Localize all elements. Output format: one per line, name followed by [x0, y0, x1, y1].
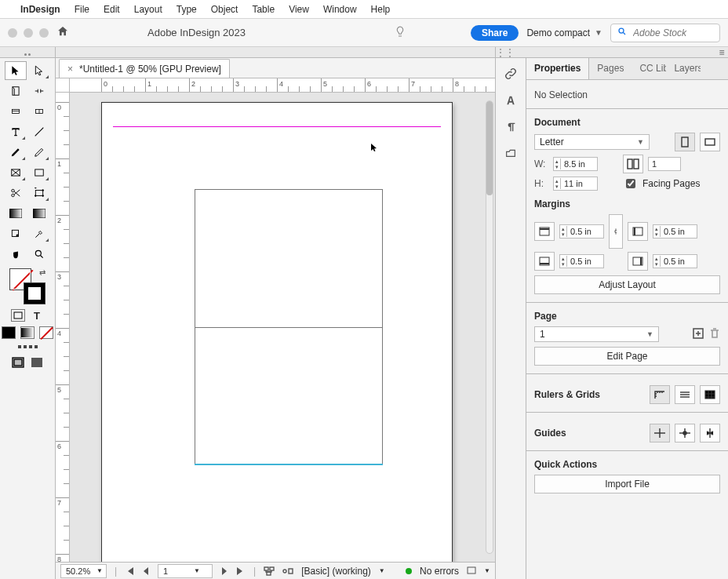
page[interactable] — [101, 102, 453, 562]
last-page-icon[interactable] — [236, 567, 246, 575]
preview-view-icon[interactable] — [30, 356, 44, 369]
gap-tool[interactable] — [28, 82, 50, 100]
stepper-down-icon[interactable]: ▾ — [554, 164, 560, 169]
direct-selection-tool[interactable] — [28, 61, 50, 80]
formatting-text-icon[interactable]: T — [30, 309, 44, 322]
ruler-horizontal[interactable] — [56, 78, 495, 93]
document-grid-button[interactable] — [700, 385, 720, 404]
page-number-dropdown[interactable]: 1▼ — [534, 326, 659, 342]
orientation-landscape-button[interactable] — [700, 133, 720, 151]
eyedropper-tool[interactable] — [28, 224, 50, 243]
menu-table[interactable]: Table — [252, 4, 275, 15]
menu-help[interactable]: Help — [371, 4, 391, 15]
content-placer-tool[interactable] — [28, 102, 50, 121]
margin-bottom-field[interactable]: ▴▾ — [559, 254, 604, 268]
tab-pages[interactable]: Pages — [589, 58, 632, 79]
ruler-origin-icon[interactable] — [56, 78, 70, 92]
panel-grip-icon[interactable]: ⋮⋮ — [496, 47, 515, 58]
zoom-input[interactable] — [64, 566, 94, 577]
snap-guides-button[interactable] — [700, 424, 720, 442]
first-page-icon[interactable] — [125, 567, 134, 575]
link-margins-button[interactable] — [609, 214, 623, 249]
delete-page-icon[interactable] — [709, 327, 720, 342]
discover-icon[interactable] — [392, 24, 408, 41]
rectangle-tool[interactable] — [28, 163, 50, 182]
smart-guides-button[interactable] — [675, 424, 695, 442]
hand-tool[interactable] — [5, 245, 27, 264]
chevron-down-icon[interactable]: ▼ — [194, 567, 200, 574]
stock-input[interactable] — [632, 27, 713, 39]
share-button[interactable]: Share — [471, 25, 519, 41]
zoom-tool[interactable] — [28, 245, 50, 264]
cc-libraries-panel-icon[interactable] — [503, 146, 519, 162]
pencil-tool[interactable] — [28, 143, 50, 162]
content-collector-tool[interactable] — [5, 102, 27, 121]
workspace-switcher[interactable]: Demo compact ▼ — [526, 27, 602, 38]
rulers-toggle-button[interactable] — [650, 385, 670, 404]
menu-type[interactable]: Type — [177, 4, 197, 15]
selection-tool[interactable] — [5, 61, 27, 80]
height-field[interactable]: ▴▾ — [553, 177, 598, 191]
pen-tool[interactable] — [5, 143, 27, 162]
close-tab-icon[interactable]: × — [67, 64, 73, 75]
document-tab[interactable]: × *Untitled-1 @ 50% [GPU Preview] — [59, 59, 230, 78]
tab-layers[interactable]: Layers — [666, 58, 701, 79]
apply-color-icon[interactable] — [2, 326, 16, 339]
zoom-field[interactable]: ▼ — [60, 564, 107, 578]
gradient-swatch-tool[interactable] — [5, 204, 27, 223]
menu-layout[interactable]: Layout — [134, 4, 162, 15]
margin-right-field[interactable]: ▴▾ — [653, 254, 697, 268]
formatting-container-icon[interactable] — [11, 309, 25, 322]
preflight-menu-icon[interactable] — [467, 566, 476, 577]
apply-gradient-icon[interactable] — [20, 326, 35, 339]
preflight-errors[interactable]: No errors — [420, 566, 459, 577]
chevron-down-icon[interactable]: ▼ — [379, 567, 385, 574]
adjust-layout-button[interactable]: Adjust Layout — [534, 275, 720, 294]
stepper-down-icon[interactable]: ▾ — [554, 184, 560, 189]
scrollbar-thumb[interactable] — [486, 101, 493, 195]
edit-page-button[interactable]: Edit Page — [534, 347, 720, 366]
window-controls[interactable] — [8, 28, 49, 38]
links-panel-icon[interactable] — [503, 66, 519, 82]
note-tool[interactable] — [5, 224, 27, 243]
tab-cc-libraries[interactable]: CC Libraries — [632, 58, 666, 79]
show-guides-button[interactable] — [650, 424, 670, 442]
menu-window[interactable]: Window — [323, 4, 357, 15]
pages-input[interactable] — [649, 158, 680, 170]
baseline-grid-button[interactable] — [675, 385, 695, 404]
rectangle-frame[interactable] — [195, 189, 383, 465]
margin-left-field[interactable]: ▴▾ — [653, 224, 697, 239]
menu-indesign[interactable]: InDesign — [20, 4, 60, 15]
rectangle-frame-tool[interactable] — [5, 163, 27, 182]
facing-pages-checkbox[interactable]: Facing Pages — [623, 177, 700, 191]
stroke-swatch[interactable] — [24, 282, 46, 304]
menu-file[interactable]: File — [75, 4, 89, 15]
panel-menu-icon[interactable]: ≡ — [715, 47, 728, 58]
menu-object[interactable]: Object — [211, 4, 238, 15]
page-preset-dropdown[interactable]: Letter▼ — [534, 134, 650, 150]
character-panel-icon[interactable] — [503, 93, 519, 108]
preflight-profile[interactable]: [Basic] (working) — [301, 566, 371, 577]
normal-view-icon[interactable] — [11, 356, 25, 369]
type-tool[interactable] — [5, 122, 27, 141]
tab-properties[interactable]: Properties — [526, 58, 589, 79]
apply-none-icon[interactable] — [39, 326, 53, 339]
new-page-icon[interactable] — [692, 327, 704, 342]
fill-stroke-swatch[interactable]: ⇄ — [9, 268, 46, 304]
pages-field[interactable] — [648, 157, 681, 171]
free-transform-tool[interactable] — [28, 184, 50, 202]
prev-page-icon[interactable] — [142, 567, 150, 575]
margin-top-field[interactable]: ▴▾ — [559, 224, 604, 239]
adobe-stock-search[interactable] — [610, 24, 720, 42]
stepper-up-icon[interactable]: ▴ — [554, 178, 560, 184]
page-tool[interactable] — [5, 82, 27, 100]
canvas[interactable] — [70, 93, 495, 562]
page-field[interactable]: ▼ — [158, 564, 213, 578]
structure-icon[interactable] — [264, 566, 275, 576]
height-input[interactable] — [561, 177, 597, 190]
chevron-down-icon[interactable]: ▼ — [96, 567, 103, 574]
arrange-icon[interactable] — [282, 566, 293, 576]
import-file-button[interactable]: Import File — [534, 475, 720, 493]
page-input[interactable] — [162, 566, 191, 577]
line-tool[interactable] — [28, 122, 50, 141]
